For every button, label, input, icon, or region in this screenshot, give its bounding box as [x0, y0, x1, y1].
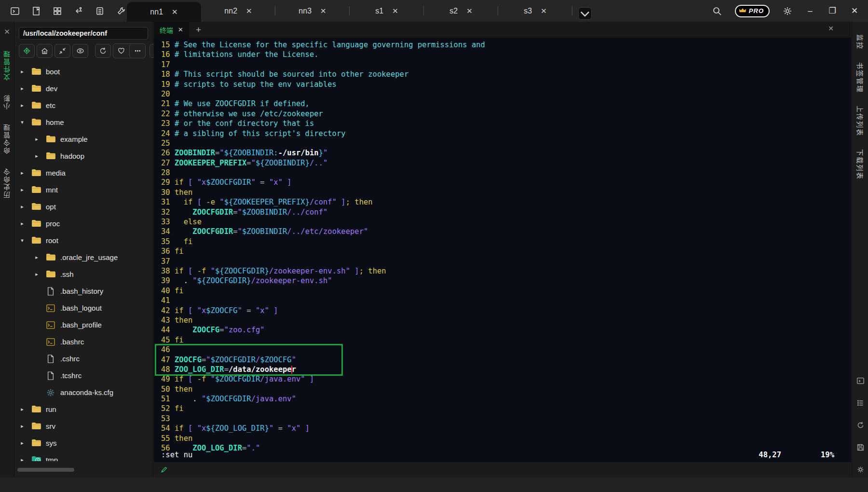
more-button[interactable] — [129, 44, 145, 58]
chevron-right-icon[interactable]: ▸ — [19, 406, 26, 412]
chevron-right-icon[interactable]: ▸ — [19, 85, 26, 92]
chevron-right-icon[interactable]: ▸ — [19, 457, 26, 461]
tree-item-.oracle_jre_usage[interactable]: ▸ .oracle_jre_usage — [15, 249, 153, 266]
crown-icon — [739, 7, 746, 15]
tab-list-dropdown-button[interactable] — [578, 7, 592, 20]
heart-button[interactable] — [113, 44, 129, 58]
tree-item-boot[interactable]: ▸ boot — [15, 63, 153, 80]
tree-item-.bash_logout[interactable]: .bash_logout — [15, 300, 153, 316]
terminal-icon[interactable] — [856, 376, 865, 385]
left-rail-item-2[interactable]: 小影 — [2, 94, 12, 109]
tree-item-.bash_history[interactable]: .bash_history — [15, 283, 153, 300]
settings-gear-icon[interactable] — [782, 6, 793, 16]
tab-close-icon[interactable]: ✕ — [466, 7, 473, 15]
tab-close-icon[interactable]: ✕ — [172, 8, 178, 16]
chevron-right-icon[interactable]: ▸ — [19, 187, 26, 193]
session-tab-s3[interactable]: s3 ✕ — [498, 0, 572, 22]
file-bookmark-icon[interactable] — [31, 6, 41, 16]
chevron-right-icon[interactable]: ▸ — [19, 440, 26, 446]
branch-icon[interactable] — [73, 6, 84, 16]
tree-item-srv[interactable]: ▸ srv — [15, 418, 153, 435]
layout-grid-icon[interactable] — [52, 6, 63, 16]
save-icon[interactable] — [856, 443, 865, 451]
home-button[interactable] — [37, 44, 53, 58]
collapse-diagonal-button[interactable] — [54, 44, 70, 58]
chevron-right-icon[interactable]: ▸ — [33, 136, 40, 142]
tree-item-home[interactable]: ▾ home — [15, 114, 153, 131]
terminal-icon[interactable] — [10, 6, 20, 16]
path-input[interactable] — [19, 29, 148, 37]
tree-item-media[interactable]: ▸ media — [15, 164, 153, 181]
right-rail-item-2[interactable]: 书签管理 — [855, 62, 865, 93]
right-rail-item-4[interactable]: 下载列表 — [855, 149, 865, 180]
server-list-icon[interactable] — [95, 6, 105, 16]
session-tab-s2[interactable]: s2 ✕ — [424, 0, 498, 22]
chevron-down-icon[interactable]: ▾ — [19, 237, 26, 244]
tree-item-anaconda-ks.cfg[interactable]: anaconda-ks.cfg — [15, 384, 153, 401]
session-tab-s1[interactable]: s1 ✕ — [350, 0, 424, 22]
code-line-39: 39 . "${ZOOCFGDIR}/zookeeper-env.sh" — [161, 276, 851, 286]
tree-item-example[interactable]: ▸ example — [15, 131, 153, 148]
list-icon[interactable] — [856, 398, 865, 407]
right-rail-icons — [852, 376, 868, 474]
tree-item-.ssh[interactable]: ▸ .ssh — [15, 266, 153, 283]
close-button[interactable]: ✕ — [850, 6, 859, 16]
gear-icon[interactable] — [856, 465, 865, 474]
chevron-right-icon[interactable]: ▸ — [19, 68, 26, 75]
terminal-tab-close-icon[interactable]: ✕ — [178, 26, 183, 33]
chevron-down-icon[interactable]: ▾ — [19, 119, 26, 125]
chevron-right-icon[interactable]: ▸ — [19, 423, 26, 429]
right-rail-item-1[interactable]: 监控 — [855, 34, 865, 50]
chevron-right-icon[interactable]: ▸ — [19, 170, 26, 176]
chevron-right-icon[interactable]: ▸ — [33, 153, 40, 159]
chevron-right-icon[interactable]: ▸ — [33, 271, 40, 277]
tree-item-.bashrc[interactable]: .bashrc — [15, 333, 153, 350]
wrench-icon[interactable] — [116, 6, 126, 16]
tree-item-.cshrc[interactable]: .cshrc — [15, 350, 153, 367]
tree-item-opt[interactable]: ▸ opt — [15, 198, 153, 215]
session-tab-nn2[interactable]: nn2 ✕ — [201, 0, 275, 22]
tab-label: s1 — [375, 7, 383, 15]
tree-item-hadoop[interactable]: ▸ hadoop — [15, 148, 153, 164]
tab-close-icon[interactable]: ✕ — [541, 7, 547, 15]
tree-item-proc[interactable]: ▸ proc — [15, 215, 153, 232]
right-rail-item-3[interactable]: 上传列表 — [855, 106, 865, 137]
chevron-right-icon[interactable]: ▸ — [19, 204, 26, 210]
tree-item-.bash_profile[interactable]: .bash_profile — [15, 316, 153, 333]
tree-item-root[interactable]: ▾ root — [15, 232, 153, 249]
code-line-42: 42 if [ "x$ZOOCFG" = "x" ] — [161, 306, 851, 315]
pro-badge[interactable]: PRO — [735, 5, 770, 17]
panel-close-icon[interactable]: ✕ — [0, 27, 14, 36]
search-icon[interactable] — [712, 6, 722, 16]
tree-item-tmp[interactable]: ▸ tmp — [15, 451, 153, 461]
chevron-right-icon[interactable]: ▸ — [33, 254, 40, 260]
tree-item-dev[interactable]: ▸ dev — [15, 80, 153, 97]
tree-item-etc[interactable]: ▸ etc — [15, 97, 153, 114]
tab-close-icon[interactable]: ✕ — [320, 7, 326, 15]
terminal-input-strip[interactable] — [154, 462, 851, 478]
locate-target-button[interactable] — [19, 44, 35, 58]
refresh-button[interactable] — [95, 44, 111, 58]
vim-editor[interactable]: 15 # See the License for the specific la… — [154, 38, 851, 462]
tab-close-icon[interactable]: ✕ — [246, 7, 252, 15]
tab-close-icon[interactable]: ✕ — [392, 7, 398, 15]
terminal-panel-close-icon[interactable]: ✕ — [828, 25, 834, 32]
tree-item-.tcshrc[interactable]: .tcshrc — [15, 367, 153, 384]
minimize-button[interactable]: – — [805, 6, 815, 16]
left-rail-item-4[interactable]: 历史命令 — [2, 167, 12, 198]
refresh-icon[interactable] — [856, 421, 865, 429]
tree-item-mnt[interactable]: ▸ mnt — [15, 181, 153, 198]
terminal-tab[interactable]: 终端 ✕ — [154, 22, 189, 38]
horizontal-scrollbar[interactable] — [17, 468, 74, 472]
left-rail-item-1[interactable]: 文件管理 — [2, 50, 12, 81]
maximize-button[interactable]: ❐ — [827, 6, 837, 16]
chevron-right-icon[interactable]: ▸ — [19, 220, 26, 227]
eye-button[interactable] — [72, 44, 88, 58]
session-tab-nn1[interactable]: nn1 ✕ — [127, 2, 201, 22]
chevron-right-icon[interactable]: ▸ — [19, 102, 26, 109]
session-tab-nn3[interactable]: nn3 ✕ — [275, 0, 350, 22]
tree-item-sys[interactable]: ▸ sys — [15, 435, 153, 451]
left-rail-item-3[interactable]: 命令管理 — [2, 123, 12, 154]
new-terminal-tab-button[interactable]: + — [196, 25, 201, 35]
tree-item-run[interactable]: ▸ run — [15, 401, 153, 418]
